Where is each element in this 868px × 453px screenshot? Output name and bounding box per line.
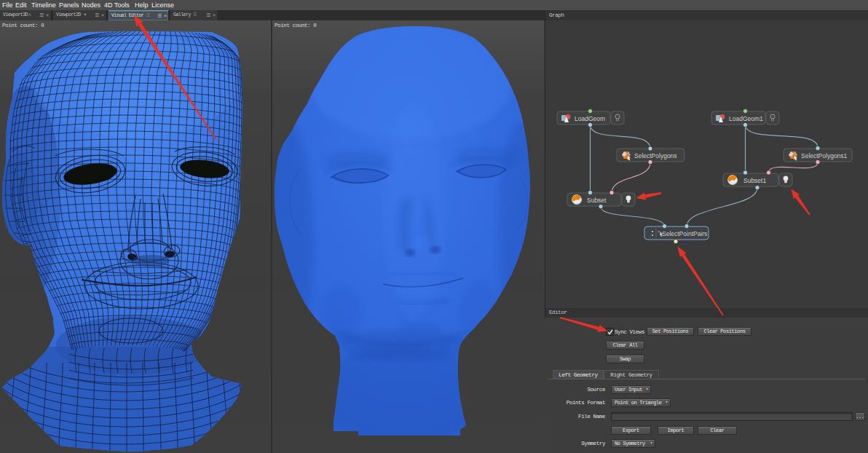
svg-text:SelectPolygons1: SelectPolygons1: [801, 152, 848, 159]
svg-text:Subset1: Subset1: [743, 177, 766, 184]
svg-text:LoadGeom1: LoadGeom1: [729, 115, 763, 122]
svg-text:Subset: Subset: [587, 197, 607, 204]
svg-text:SelectPointPairs: SelectPointPairs: [662, 230, 707, 237]
svg-text:LoadGeom: LoadGeom: [575, 115, 605, 122]
svg-text:SelectPolygons: SelectPolygons: [634, 152, 677, 159]
